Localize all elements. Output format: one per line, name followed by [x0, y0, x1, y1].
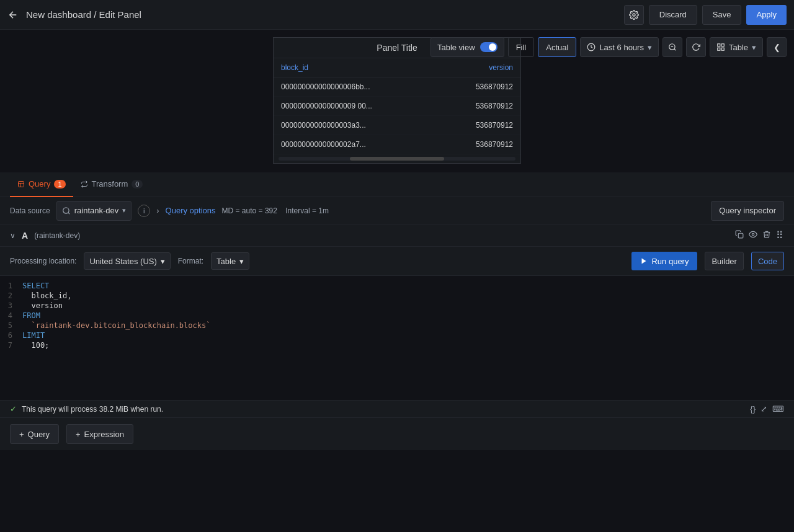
view-selector[interactable]: Table ▾ — [710, 37, 763, 57]
code-line: 4FROM — [0, 311, 794, 321]
view-chevron-icon: ▾ — [752, 43, 756, 52]
processing-location-selector[interactable]: United States (US) ▾ — [84, 252, 170, 270]
svg-rect-6 — [718, 48, 720, 50]
collapse-panel-button[interactable]: ❮ — [767, 37, 787, 57]
datasource-chevron-icon: ▾ — [122, 206, 126, 215]
add-expression-label: Expression — [84, 430, 124, 439]
save-button[interactable]: Save — [702, 5, 742, 25]
code-line: 5 `raintank-dev.bitcoin_blockchain.block… — [0, 321, 794, 330]
scrollbar[interactable] — [279, 157, 515, 161]
code-line: 3 version — [0, 301, 794, 311]
query-inspector-button[interactable]: Query inspector — [711, 201, 784, 221]
bottom-section: Query 1 Transform 0 Data source raintank… — [0, 172, 794, 532]
tab-transform[interactable]: Transform 0 — [73, 172, 151, 197]
cell-block-id: 000000000000000006bb... — [274, 78, 439, 97]
code-editor[interactable]: 1SELECT2 block_id,3 version4FROM5 `raint… — [0, 276, 794, 400]
line-number: 5 — [0, 321, 22, 330]
line-number: 6 — [0, 331, 22, 340]
svg-marker-11 — [642, 259, 646, 264]
table-row: 000000000000000006bb...536870912 — [274, 78, 520, 97]
query-a-actions: ⠿ — [735, 229, 784, 241]
status-text: This query will process 38.2 MiB when ru… — [22, 405, 745, 414]
refresh-button[interactable] — [686, 37, 706, 57]
cell-version: 536870912 — [439, 97, 520, 116]
processing-location-value: United States (US) — [89, 257, 156, 266]
info-label: i — [143, 207, 145, 215]
line-number: 1 — [0, 282, 22, 290]
format-selector[interactable]: Table ▾ — [211, 252, 249, 270]
datasource-selector[interactable]: raintank-dev ▾ — [56, 201, 132, 221]
col-version[interactable]: version — [439, 58, 520, 78]
status-bar: ✓ This query will process 38.2 MiB when … — [0, 400, 794, 417]
delete-icon[interactable] — [762, 230, 771, 241]
table-view-toggle[interactable]: Table view — [430, 37, 504, 57]
svg-point-8 — [63, 207, 68, 213]
svg-point-10 — [752, 233, 754, 236]
time-range-picker[interactable]: Last 6 hours ▾ — [580, 37, 659, 57]
line-number: 2 — [0, 291, 22, 300]
line-content: SELECT — [22, 282, 49, 290]
status-keyboard-icon[interactable]: ⌨ — [772, 404, 784, 414]
code-line: 2 block_id, — [0, 291, 794, 301]
format-value: Table — [216, 257, 236, 266]
status-expand-icon[interactable]: ⤢ — [761, 404, 767, 414]
md-info: MD = auto = 392 — [222, 206, 277, 215]
actual-button[interactable]: Actual — [538, 37, 576, 57]
datasource-info-icon[interactable]: i — [138, 205, 150, 217]
query-sub-toolbar: Processing location: United States (US) … — [0, 247, 794, 276]
query-options-button[interactable]: Query options — [166, 206, 216, 215]
table-view-switch[interactable] — [480, 42, 497, 52]
fill-button[interactable]: Fill — [508, 37, 535, 57]
run-query-button[interactable]: Run query — [631, 252, 697, 270]
line-number: 7 — [0, 341, 22, 350]
drag-icon[interactable]: ⠿ — [776, 229, 784, 241]
table-row: 00000000000000002a7...536870912 — [274, 135, 520, 154]
time-range-label: Last 6 hours — [599, 43, 644, 52]
format-chevron-icon: ▾ — [239, 257, 244, 266]
builder-button[interactable]: Builder — [705, 252, 743, 270]
add-expression-button[interactable]: + Expression — [66, 424, 133, 444]
run-query-label: Run query — [651, 257, 689, 266]
svg-rect-5 — [721, 48, 724, 50]
eye-icon[interactable] — [749, 230, 757, 241]
settings-button[interactable] — [624, 5, 644, 25]
cell-block-id: 00000000000000003a3... — [274, 116, 439, 135]
tabs-row: Query 1 Transform 0 — [0, 172, 794, 197]
query-a-header: ∨ A (raintank-dev) — [0, 224, 794, 247]
cell-version: 536870912 — [439, 78, 520, 97]
format-label: Format: — [178, 257, 203, 265]
add-expression-icon: + — [76, 430, 81, 439]
cell-block-id: 000000000000000009 00... — [274, 97, 439, 116]
copy-icon[interactable] — [735, 230, 744, 241]
tab-transform-label: Transform — [92, 179, 128, 188]
apply-button[interactable]: Apply — [746, 5, 787, 25]
processing-label: Processing location: — [10, 257, 76, 265]
add-query-button[interactable]: + Query — [10, 424, 59, 444]
tab-transform-badge: 0 — [132, 180, 143, 188]
status-json-icon[interactable]: {} — [750, 404, 756, 414]
back-button[interactable] — [7, 9, 19, 20]
tab-query-label: Query — [29, 179, 50, 188]
status-ok-icon: ✓ — [10, 404, 17, 414]
tab-query[interactable]: Query 1 — [10, 172, 73, 197]
line-content: FROM — [22, 311, 40, 320]
code-button[interactable]: Code — [751, 252, 784, 270]
time-chevron-icon: ▾ — [648, 43, 652, 52]
line-content: LIMIT — [22, 331, 45, 340]
zoom-out-button[interactable] — [662, 37, 682, 57]
table-view-label: Table view — [437, 43, 475, 52]
query-meta: MD = auto = 392 Interval = 1m — [222, 206, 705, 215]
col-block-id[interactable]: block_id — [274, 58, 439, 78]
data-table: block_id version 000000000000000006bb...… — [274, 58, 520, 154]
line-content: block_id, — [22, 291, 71, 300]
svg-rect-3 — [718, 44, 720, 47]
page-title: New dashboard / Edit Panel — [26, 9, 617, 20]
svg-rect-9 — [738, 233, 743, 238]
cell-version: 536870912 — [439, 116, 520, 135]
topbar-actions: Discard Save Apply — [624, 5, 787, 25]
query-a-collapse-icon[interactable]: ∨ — [10, 231, 16, 240]
discard-button[interactable]: Discard — [649, 5, 697, 25]
line-content: 100; — [22, 341, 49, 350]
cell-version: 536870912 — [439, 135, 520, 154]
line-number: 3 — [0, 301, 22, 310]
